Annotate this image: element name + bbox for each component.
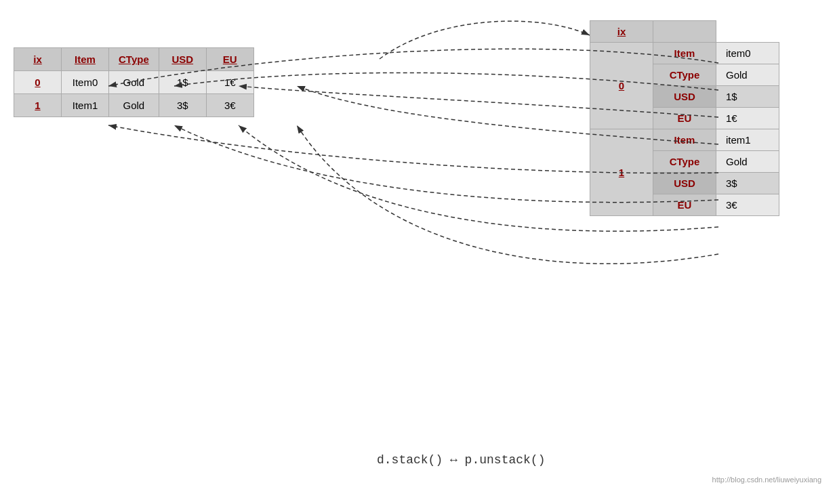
right-g1-eu-value: 3€ xyxy=(716,194,779,216)
left-row-0-item: Item0 xyxy=(62,71,109,94)
left-row-1-ctype: Gold xyxy=(109,94,159,117)
right-g0-eu-key: EU xyxy=(653,108,716,129)
left-row-1-eu: 3€ xyxy=(206,94,253,117)
right-g1-ctype-key: CType xyxy=(653,151,716,173)
bottom-label: d.stack() ↔ p.unstack() xyxy=(377,453,545,467)
right-header-row: ix xyxy=(590,21,779,43)
main-container: ix Item CType USD EU 0 Item0 Gold 1$ 1€ … xyxy=(0,0,835,504)
right-group0-item-row: 0 Item item0 xyxy=(590,43,779,64)
right-g1-item-key: Item xyxy=(653,129,716,151)
right-g0-usd-value: 1$ xyxy=(716,86,779,108)
right-g0-item-key: Item xyxy=(653,43,716,64)
right-g1-ctype-value: Gold xyxy=(716,151,779,173)
arrow-header-ix xyxy=(380,21,590,59)
right-g0-eu-value: 1€ xyxy=(716,108,779,129)
right-g0-ctype-value: Gold xyxy=(716,64,779,86)
left-row-0: 0 Item0 Gold 1$ 1€ xyxy=(14,71,254,94)
left-row-0-usd: 1$ xyxy=(159,71,206,94)
left-header-item: Item xyxy=(62,48,109,71)
left-row-1: 1 Item1 Gold 3$ 3€ xyxy=(14,94,254,117)
right-g0-usd-key: USD xyxy=(653,86,716,108)
right-index-1: 1 xyxy=(590,129,653,216)
right-g0-item-value: item0 xyxy=(716,43,779,64)
left-header-usd: USD xyxy=(159,48,206,71)
right-g1-usd-value: 3$ xyxy=(716,173,779,194)
right-group1-item-row: 1 Item item1 xyxy=(590,129,779,151)
left-row-0-ctype: Gold xyxy=(109,71,159,94)
right-g1-usd-key: USD xyxy=(653,173,716,194)
right-header-empty xyxy=(653,21,716,43)
right-g0-ctype-key: CType xyxy=(653,64,716,86)
left-row-0-ix: 0 xyxy=(14,71,62,94)
right-table: ix 0 Item item0 CType Gold USD 1$ EU 1€ xyxy=(590,20,779,216)
left-header-ix: ix xyxy=(14,48,62,71)
left-header-ctype: CType xyxy=(109,48,159,71)
right-header-ix: ix xyxy=(590,21,653,43)
left-table: ix Item CType USD EU 0 Item0 Gold 1$ 1€ … xyxy=(14,47,254,117)
right-g1-item-value: item1 xyxy=(716,129,779,151)
right-g1-eu-key: EU xyxy=(653,194,716,216)
left-row-1-item: Item1 xyxy=(62,94,109,117)
left-row-1-usd: 3$ xyxy=(159,94,206,117)
left-row-0-eu: 1€ xyxy=(206,71,253,94)
watermark: http://blog.csdn.net/liuweiyuxiang xyxy=(712,476,821,484)
left-header-eu: EU xyxy=(206,48,253,71)
left-row-1-ix: 1 xyxy=(14,94,62,117)
right-index-0: 0 xyxy=(590,43,653,129)
